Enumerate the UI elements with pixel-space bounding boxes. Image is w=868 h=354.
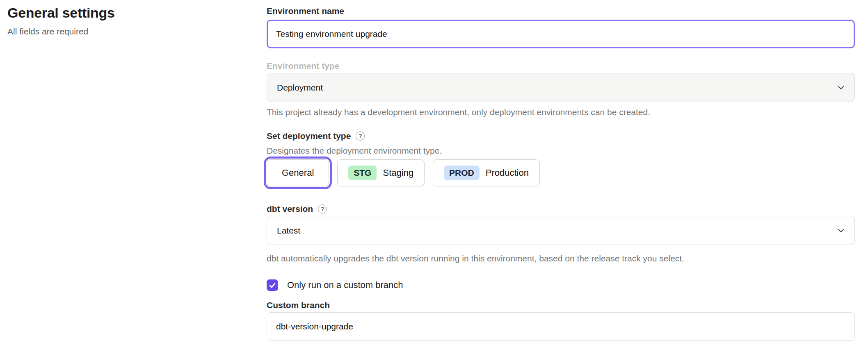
custom-branch-checkbox-row: Only run on a custom branch: [267, 279, 855, 291]
production-badge: PROD: [444, 166, 480, 180]
deployment-type-label-text: Set deployment type: [267, 131, 351, 141]
custom-branch-input[interactable]: [267, 312, 855, 341]
general-settings-form: Environment name Environment type Deploy…: [267, 0, 855, 341]
environment-type-select[interactable]: Deployment: [267, 73, 855, 102]
settings-header: General settings All fields are required: [7, 5, 237, 36]
general-option-label: General: [282, 168, 314, 178]
dbt-version-label-text: dbt version: [267, 204, 313, 214]
page-subtitle: All fields are required: [7, 27, 237, 36]
staging-badge: STG: [348, 166, 377, 180]
deployment-type-options: General STG Staging PROD Production: [267, 159, 855, 186]
staging-option-label: Staging: [383, 168, 413, 178]
deployment-type-option-staging[interactable]: STG Staging: [337, 159, 425, 186]
environment-name-input[interactable]: [267, 20, 855, 48]
deployment-type-helper: Designates the deployment environment ty…: [267, 145, 855, 156]
page-title: General settings: [7, 5, 237, 21]
dbt-version-helper: dbt automatically upgrades the dbt versi…: [267, 253, 855, 264]
environment-type-helper: This project already has a development e…: [267, 107, 855, 118]
dbt-version-value: Latest: [277, 226, 300, 236]
chevron-down-icon: [836, 226, 845, 235]
deployment-type-option-general[interactable]: General: [267, 159, 329, 186]
environment-type-label: Environment type: [267, 61, 855, 71]
help-icon[interactable]: [356, 132, 365, 141]
dbt-version-select[interactable]: Latest: [267, 216, 855, 245]
deployment-type-label: Set deployment type: [267, 131, 855, 141]
production-option-label: Production: [486, 168, 529, 178]
environment-type-value: Deployment: [277, 83, 323, 93]
environment-name-label: Environment name: [267, 6, 855, 16]
custom-branch-checkbox[interactable]: [267, 279, 278, 291]
help-icon[interactable]: [318, 204, 327, 213]
custom-branch-checkbox-label[interactable]: Only run on a custom branch: [287, 280, 403, 290]
custom-branch-label: Custom branch: [267, 300, 855, 311]
dbt-version-label: dbt version: [267, 204, 855, 214]
check-icon: [268, 281, 276, 289]
deployment-type-option-production[interactable]: PROD Production: [433, 159, 540, 186]
chevron-down-icon: [836, 83, 845, 92]
